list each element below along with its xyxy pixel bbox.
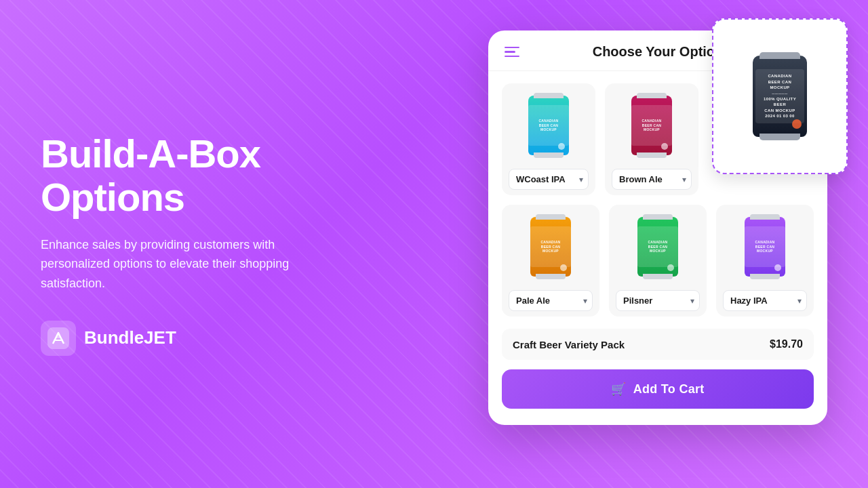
brown-ale-select-wrapper[interactable]: Brown Ale WCoast IPA Pale Ale Pilsner Ha… xyxy=(612,169,692,190)
brown-ale-image-area: CANADIANBEER CANMOCKUP xyxy=(612,92,692,159)
left-section: Build-A-Box Options Enhance sales by pro… xyxy=(41,132,366,356)
main-title: Build-A-Box Options xyxy=(41,132,366,219)
pilsner-can-label: CANADIANBEER CANMOCKUP xyxy=(637,226,678,267)
wcoast-ipa-select[interactable]: WCoast IPA Brown Ale Pale Ale Pilsner Ha… xyxy=(509,169,589,190)
selected-product-popup: CANADIANBEER CANMOCKUP─────100% QUALITY … xyxy=(712,18,848,174)
hazy-ipa-select-wrapper[interactable]: Hazy IPA WCoast IPA Brown Ale Pale Ale P… xyxy=(723,290,807,311)
popup-can-image: CANADIANBEER CANMOCKUP─────100% QUALITY … xyxy=(753,56,807,137)
card-footer: Craft Beer Variety Pack $19.70 🛒 Add To … xyxy=(488,317,827,409)
brown-ale-select[interactable]: Brown Ale WCoast IPA Pale Ale Pilsner Ha… xyxy=(612,169,692,190)
pilsner-can: CANADIANBEER CANMOCKUP xyxy=(637,217,678,277)
product-wcoast-ipa: CANADIANBEER CANMOCKUP WCoast IPA Brown … xyxy=(502,83,595,195)
product-pilsner: CANADIANBEER CANMOCKUP Pilsner WCoast IP… xyxy=(609,205,707,317)
hazy-ipa-can-dot xyxy=(774,264,781,271)
hazy-ipa-select[interactable]: Hazy IPA WCoast IPA Brown Ale Pale Ale P… xyxy=(723,290,807,311)
subtitle: Enhance sales by providing customers wit… xyxy=(41,235,326,293)
wcoast-ipa-image-area: CANADIANBEER CANMOCKUP xyxy=(509,92,589,159)
pale-ale-select[interactable]: Pale Ale WCoast IPA Brown Ale Pilsner Ha… xyxy=(509,290,593,311)
product-hazy-ipa: CANADIANBEER CANMOCKUP Hazy IPA WCoast I… xyxy=(716,205,814,317)
bottom-products-row: CANADIANBEER CANMOCKUP Pale Ale WCoast I… xyxy=(488,195,827,317)
pale-ale-select-wrapper[interactable]: Pale Ale WCoast IPA Brown Ale Pilsner Ha… xyxy=(509,290,593,311)
pilsner-can-dot xyxy=(667,264,674,271)
wcoast-ipa-can-dot xyxy=(558,143,565,150)
pale-ale-can-label: CANADIANBEER CANMOCKUP xyxy=(530,226,571,267)
pilsner-image-area: CANADIANBEER CANMOCKUP xyxy=(616,213,700,281)
hazy-ipa-can: CANADIANBEER CANMOCKUP xyxy=(745,217,785,277)
brand-logo-icon xyxy=(41,321,76,356)
pack-name: Craft Beer Variety Pack xyxy=(513,339,625,350)
menu-icon[interactable] xyxy=(505,47,519,58)
add-to-cart-button[interactable]: 🛒 Add To Cart xyxy=(502,369,814,409)
hazy-ipa-image-area: CANADIANBEER CANMOCKUP xyxy=(723,213,807,281)
pale-ale-can: CANADIANBEER CANMOCKUP xyxy=(530,217,571,277)
brown-ale-can-dot xyxy=(661,143,668,150)
product-brown-ale: CANADIANBEER CANMOCKUP Brown Ale WCoast … xyxy=(605,83,698,195)
pale-ale-can-dot xyxy=(560,264,567,271)
pilsner-select[interactable]: Pilsner WCoast IPA Brown Ale Pale Ale Ha… xyxy=(616,290,700,311)
add-to-cart-label: Add To Cart xyxy=(633,382,705,396)
pilsner-select-wrapper[interactable]: Pilsner WCoast IPA Brown Ale Pale Ale Ha… xyxy=(616,290,700,311)
hazy-ipa-can-label: CANADIANBEER CANMOCKUP xyxy=(745,226,785,267)
popup-can-label: CANADIANBEER CANMOCKUP─────100% QUALITY … xyxy=(755,69,804,123)
pack-price: $19.70 xyxy=(770,338,803,350)
brown-ale-can: CANADIANBEER CANMOCKUP xyxy=(631,96,672,155)
product-card-panel: CANADIANBEER CANMOCKUP─────100% QUALITY … xyxy=(488,30,827,425)
brand-name: BundleJET xyxy=(84,327,176,348)
popup-can-dot xyxy=(792,119,802,129)
brand: BundleJET xyxy=(41,321,366,356)
brown-ale-can-label: CANADIANBEER CANMOCKUP xyxy=(631,105,672,146)
wcoast-ipa-select-wrapper[interactable]: WCoast IPA Brown Ale Pale Ale Pilsner Ha… xyxy=(509,169,589,190)
price-row: Craft Beer Variety Pack $19.70 xyxy=(502,329,814,360)
wcoast-ipa-can-label: CANADIANBEER CANMOCKUP xyxy=(528,105,569,146)
pale-ale-image-area: CANADIANBEER CANMOCKUP xyxy=(509,213,593,281)
product-pale-ale: CANADIANBEER CANMOCKUP Pale Ale WCoast I… xyxy=(502,205,599,317)
cart-icon: 🛒 xyxy=(611,382,626,396)
wcoast-ipa-can: CANADIANBEER CANMOCKUP xyxy=(528,96,569,155)
popup-can-label-text: CANADIANBEER CANMOCKUP─────100% QUALITY … xyxy=(758,73,802,119)
